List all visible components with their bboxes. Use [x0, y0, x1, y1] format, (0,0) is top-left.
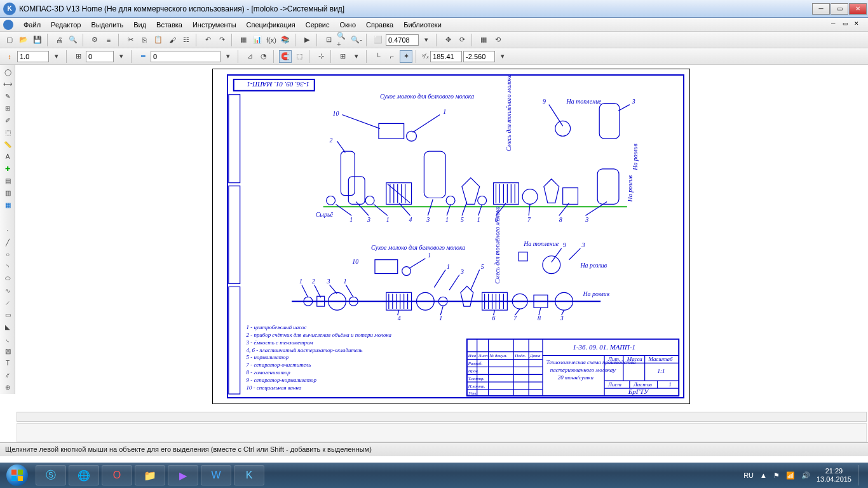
grid-icon[interactable]: ⊞: [336, 50, 349, 63]
new-icon[interactable]: ▢: [3, 34, 16, 46]
redo-icon[interactable]: ↷: [215, 34, 228, 46]
insert-icon[interactable]: ▥: [1, 187, 14, 198]
point-icon[interactable]: ·: [1, 224, 14, 236]
zoom-dropdown-icon[interactable]: ▾: [420, 34, 433, 46]
mdi-restore-button[interactable]: ▭: [843, 20, 851, 29]
menu-service[interactable]: Сервис: [301, 20, 335, 30]
task-word[interactable]: W: [201, 465, 231, 485]
menu-window[interactable]: Окно: [334, 20, 361, 30]
step-dd-icon[interactable]: ▾: [50, 50, 63, 63]
menu-select[interactable]: Выделить: [86, 20, 128, 30]
menu-tools[interactable]: Инструменты: [187, 20, 241, 30]
notation-icon[interactable]: ✎: [1, 90, 14, 102]
snap2-icon[interactable]: ✦: [400, 50, 412, 63]
show-desktop-button[interactable]: [858, 465, 863, 485]
menu-view[interactable]: Вид: [128, 20, 151, 30]
measure-icon[interactable]: 📏: [1, 139, 14, 150]
task-media[interactable]: ▶: [168, 465, 198, 485]
spec2-icon[interactable]: ✚: [1, 163, 14, 174]
tray-action-icon[interactable]: ⚑: [773, 471, 780, 480]
construction-icon[interactable]: ⊞: [1, 102, 14, 114]
tree-icon[interactable]: ≡: [102, 34, 115, 46]
layer-dd-icon[interactable]: ▾: [115, 50, 128, 63]
style-dd-icon[interactable]: ▾: [222, 50, 234, 63]
ellipse-icon[interactable]: ⬭: [1, 273, 14, 284]
start-button[interactable]: [0, 463, 34, 488]
text-icon[interactable]: T: [1, 357, 14, 369]
preview-icon[interactable]: 🔍: [67, 34, 79, 46]
collect-icon[interactable]: ⊕: [1, 381, 14, 393]
zoom-scale-icon[interactable]: ⬜: [372, 34, 384, 46]
pan-icon[interactable]: ✥: [442, 34, 454, 46]
refresh-icon[interactable]: ⟲: [491, 34, 504, 46]
dimension-icon[interactable]: ⟷: [1, 78, 14, 90]
properties-icon[interactable]: ☷: [180, 34, 193, 46]
ortho-icon[interactable]: ⊿: [243, 50, 256, 63]
open-icon[interactable]: 📂: [17, 34, 30, 46]
polyline-icon[interactable]: ⟋: [1, 297, 14, 308]
round-icon[interactable]: ◔: [257, 50, 270, 63]
hatch-icon[interactable]: ▨: [1, 345, 14, 356]
rebuild-icon[interactable]: ▦: [477, 34, 490, 46]
menu-editor[interactable]: Редактор: [46, 20, 86, 30]
zoom-value-input[interactable]: [386, 34, 419, 46]
variables-icon[interactable]: 📊: [251, 34, 264, 46]
tray-volume-icon[interactable]: 🔊: [801, 471, 810, 480]
circle-icon[interactable]: ○: [1, 248, 14, 260]
horizontal-scrollbar[interactable]: [17, 412, 867, 422]
spec-icon[interactable]: ▦: [237, 34, 250, 46]
selectg-icon[interactable]: A: [1, 151, 14, 162]
library-icon[interactable]: 📚: [279, 34, 292, 46]
paste-icon[interactable]: 📋: [152, 34, 165, 46]
offset-icon[interactable]: ⫽: [1, 369, 14, 381]
tray-flag-icon[interactable]: ▲: [760, 471, 767, 479]
tray-clock[interactable]: 21:29 13.04.2015: [817, 467, 851, 484]
step-icon[interactable]: ↕: [3, 50, 16, 63]
zoom-window-icon[interactable]: ⊡: [322, 34, 335, 46]
coord-x-input[interactable]: [430, 51, 462, 62]
close-button[interactable]: ✕: [849, 3, 867, 15]
menu-insert[interactable]: Вставка: [151, 20, 187, 30]
param2-icon[interactable]: ⬚: [1, 126, 14, 138]
undo-icon[interactable]: ↶: [201, 34, 214, 46]
mdi-close-button[interactable]: ✕: [854, 20, 863, 29]
task-opera[interactable]: O: [102, 465, 132, 485]
step-input[interactable]: [17, 51, 49, 62]
zoom-out-icon[interactable]: 🔍-: [350, 34, 363, 46]
line-icon[interactable]: ╱: [1, 236, 14, 248]
brush-icon[interactable]: 🖌: [166, 34, 179, 46]
menu-spec[interactable]: Спецификация: [241, 20, 301, 30]
param-icon[interactable]: ⬚: [293, 50, 306, 63]
reports-icon[interactable]: ▤: [1, 175, 14, 186]
lcs-icon[interactable]: ⊹: [315, 50, 327, 63]
views-icon[interactable]: ▦: [1, 199, 14, 210]
cut-icon[interactable]: ✂: [124, 34, 137, 46]
zoom-in-icon[interactable]: 🔍+: [336, 34, 349, 46]
edit-icon[interactable]: ✐: [1, 114, 14, 126]
fx-icon[interactable]: f(x): [265, 34, 278, 46]
minimize-button[interactable]: ─: [812, 3, 830, 15]
print-icon[interactable]: 🖨: [53, 34, 65, 46]
task-skype[interactable]: Ⓢ: [36, 465, 66, 485]
style-icon[interactable]: ━: [137, 50, 149, 63]
geometry-icon[interactable]: ◯: [1, 66, 14, 78]
task-explorer[interactable]: 📁: [135, 465, 165, 485]
maximize-button[interactable]: ▭: [831, 3, 848, 15]
pointer-icon[interactable]: ▶: [301, 34, 313, 46]
rect-icon[interactable]: ▭: [1, 309, 14, 320]
fillet-icon[interactable]: ◟: [1, 333, 14, 344]
task-kompas[interactable]: K: [234, 465, 264, 485]
chamfer-icon[interactable]: ◣: [1, 321, 14, 332]
coord-y-input[interactable]: [463, 51, 495, 62]
layer-icon[interactable]: ⊞: [72, 50, 85, 63]
tray-network-icon[interactable]: 📶: [786, 471, 795, 480]
save-icon[interactable]: 💾: [31, 34, 44, 46]
snap-icon[interactable]: 🧲: [279, 50, 292, 63]
copy-icon[interactable]: ⎘: [138, 34, 151, 46]
layer-input[interactable]: [86, 51, 114, 62]
arc-icon[interactable]: ◝: [1, 261, 14, 272]
grid-dd-icon[interactable]: ▾: [350, 50, 363, 63]
ortho2-icon[interactable]: └: [372, 50, 384, 63]
menu-help[interactable]: Справка: [361, 20, 398, 30]
manager-icon[interactable]: ⚙: [88, 34, 101, 46]
